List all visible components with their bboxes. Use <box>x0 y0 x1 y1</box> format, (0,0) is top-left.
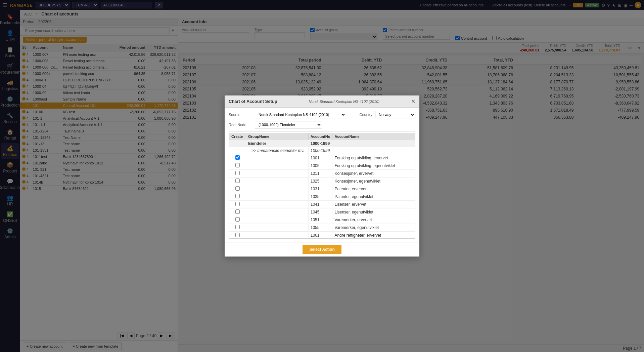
account-setup-table-container: Create GroupName AccountNo AccountName E… <box>229 131 415 239</box>
modal-table-row[interactable]: Eiendeler 1000-1999 <box>229 140 415 147</box>
create-checkbox[interactable] <box>235 209 240 214</box>
source-label: Source <box>229 113 252 117</box>
cell-create <box>229 147 246 154</box>
cell-accname: Patenter, egenutviklet <box>332 193 415 201</box>
col-create: Create <box>229 133 246 140</box>
cell-groupname <box>246 178 309 185</box>
cell-accname <box>332 140 415 147</box>
cell-accno: 1001 <box>308 154 332 162</box>
cell-accname: Konsesjoner, egenutviklet <box>332 178 415 185</box>
modal-table-row[interactable]: 1011 Konsesjoner, ervervet <box>229 170 415 178</box>
modal-footer: Select Action <box>225 242 419 257</box>
create-checkbox[interactable] <box>235 186 240 191</box>
cell-accname <box>332 147 415 154</box>
cell-groupname <box>246 193 309 201</box>
create-checkbox[interactable] <box>235 217 240 222</box>
cell-accname: Varemerker, ervervet <box>332 216 415 224</box>
modal-table-row[interactable]: 1041 Lisenser, ervervet <box>229 201 415 208</box>
cell-accname: Varemerker, egenutviklet <box>332 224 415 232</box>
cell-create <box>229 208 246 216</box>
cell-create <box>229 170 246 178</box>
modal-overlay: Chart of Account Setup Norsk Standard Ko… <box>0 0 644 352</box>
root-node-select[interactable]: (1000-1999) Eiendeler <box>255 121 322 128</box>
modal-table-row[interactable]: 1001 Forsking og utvikling, ervervet <box>229 154 415 162</box>
cell-create <box>229 140 246 147</box>
create-checkbox[interactable] <box>235 163 240 167</box>
cell-accname: Lisenser, ervervet <box>332 201 415 208</box>
create-checkbox[interactable] <box>235 179 240 183</box>
cell-create <box>229 193 246 201</box>
modal-title: Chart of Account Setup <box>229 99 277 104</box>
cell-create <box>229 224 246 232</box>
modal-header: Chart of Account Setup Norsk Standard Ko… <box>225 95 419 108</box>
cell-accno: 1045 <box>308 208 332 216</box>
cell-accno: 1051 <box>308 216 332 224</box>
cell-create <box>229 154 246 162</box>
col-groupname: GroupName <box>246 133 309 140</box>
create-checkbox[interactable] <box>235 171 240 175</box>
modal-table-row[interactable]: 1035 Patenter, egenutviklet <box>229 193 415 201</box>
cell-create <box>229 178 246 185</box>
create-checkbox[interactable] <box>235 155 240 160</box>
cell-create <box>229 216 246 224</box>
source-row: Source Norsk Standard Kontoplan NS-4102 … <box>229 111 415 118</box>
cell-accname: Patenter, ervervet <box>332 185 415 193</box>
cell-accno: 1061 <box>308 232 332 239</box>
cell-groupname <box>246 162 309 170</box>
cell-accno: 1000-1999 <box>308 147 332 154</box>
col-accountname: AccountName <box>332 133 415 140</box>
cell-create <box>229 162 246 170</box>
modal-table-row[interactable]: 1061 Andre rettigheter, ervervet <box>229 232 415 239</box>
account-setup-table: Create GroupName AccountNo AccountName E… <box>229 133 415 239</box>
country-label: Country <box>349 113 372 117</box>
modal-table-row[interactable]: 1055 Varemerker, egenutviklet <box>229 224 415 232</box>
cell-create <box>229 232 246 239</box>
cell-groupname <box>246 208 309 216</box>
cell-groupname <box>246 170 309 178</box>
cell-accno: 1011 <box>308 170 332 178</box>
cell-groupname: >> Immaterielle eiendeler mv. <box>246 147 309 154</box>
modal-subtitle: Norsk Standard Kontoplan NS-4102 (2010) <box>309 100 379 104</box>
cell-groupname <box>246 154 309 162</box>
cell-accname: Forsking og utvikling, egenutviklet <box>332 162 415 170</box>
modal-table-row[interactable]: 1051 Varemerker, ervervet <box>229 216 415 224</box>
cell-groupname: Eiendeler <box>246 140 309 147</box>
source-select[interactable]: Norsk Standard Kontoplan NS-4102 (2010) <box>255 111 346 118</box>
cell-accno: 1031 <box>308 185 332 193</box>
cell-accname: Andre rettigheter, ervervet <box>332 232 415 239</box>
create-checkbox[interactable] <box>235 225 240 229</box>
cell-accname: Lisenser, egenutviklet <box>332 208 415 216</box>
create-checkbox[interactable] <box>235 194 240 198</box>
cell-create <box>229 185 246 193</box>
root-node-label: Root Node <box>229 123 252 127</box>
modal-table-row[interactable]: 1005 Forsking og utvikling, egenutviklet <box>229 162 415 170</box>
modal-table-row[interactable]: 1031 Patenter, ervervet <box>229 185 415 193</box>
cell-groupname <box>246 201 309 208</box>
chart-setup-modal: Chart of Account Setup Norsk Standard Ko… <box>225 95 419 257</box>
modal-table-row[interactable]: 1045 Lisenser, egenutviklet <box>229 208 415 216</box>
modal-table-row[interactable]: 1025 Konsesjoner, egenutviklet <box>229 178 415 185</box>
cell-groupname <box>246 185 309 193</box>
cell-accno: 1000-1999 <box>308 140 332 147</box>
cell-groupname <box>246 216 309 224</box>
col-accountno: AccountNo <box>308 133 332 140</box>
modal-close-btn[interactable]: ✕ <box>411 98 415 105</box>
cell-accname: Forsking og utvikling, ervervet <box>332 154 415 162</box>
create-checkbox[interactable] <box>235 233 240 237</box>
cell-accno: 1035 <box>308 193 332 201</box>
modal-table-row[interactable]: >> Immaterielle eiendeler mv. 1000-1999 <box>229 147 415 154</box>
cell-accno: 1025 <box>308 178 332 185</box>
create-checkbox[interactable] <box>235 202 240 206</box>
cell-accname: Konsesjoner, ervervet <box>332 170 415 178</box>
cell-create <box>229 201 246 208</box>
cell-accno: 1055 <box>308 224 332 232</box>
modal-body: Source Norsk Standard Kontoplan NS-4102 … <box>225 108 419 242</box>
cell-accno: 1041 <box>308 201 332 208</box>
country-select[interactable]: Norway <box>375 111 415 118</box>
cell-groupname <box>246 224 309 232</box>
root-node-row: Root Node (1000-1999) Eiendeler <box>229 121 415 128</box>
cell-accno: 1005 <box>308 162 332 170</box>
cell-groupname <box>246 232 309 239</box>
select-action-btn[interactable]: Select Action <box>303 245 341 254</box>
